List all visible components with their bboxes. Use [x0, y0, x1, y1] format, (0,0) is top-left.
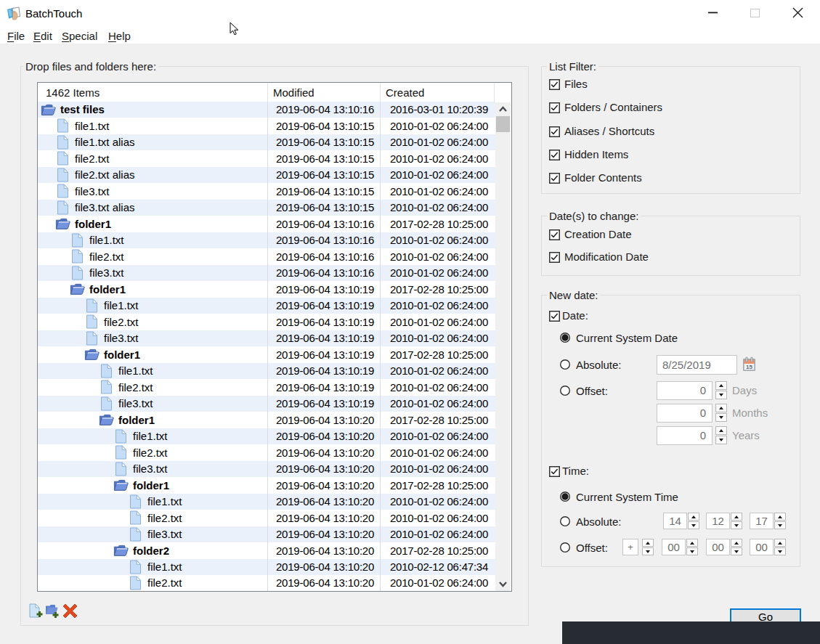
- svg-text:15: 15: [746, 364, 752, 370]
